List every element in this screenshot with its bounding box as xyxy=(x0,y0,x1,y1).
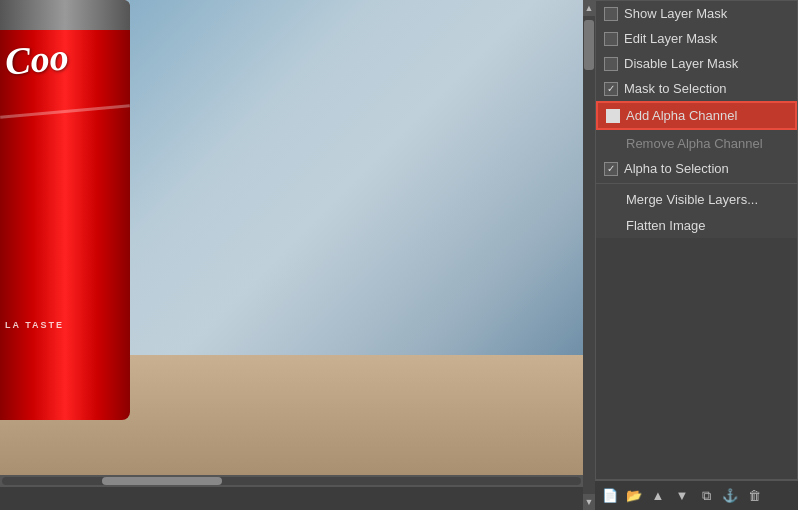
layer-panel-toolbar: 📄 📂 ▲ ▼ ⧉ ⚓ 🗑 xyxy=(595,480,798,510)
flatten-image-label: Flatten Image xyxy=(626,218,789,233)
anchor-button[interactable]: ⚓ xyxy=(719,485,741,507)
scroll-thumb[interactable] xyxy=(584,20,594,70)
menu-item-flatten-image[interactable]: Flatten Image xyxy=(596,212,797,238)
mask-to-selection-label: Mask to Selection xyxy=(624,81,789,96)
vertical-scrollbar[interactable]: ▲ ▼ xyxy=(583,0,595,510)
context-menu: Show Layer Mask Edit Layer Mask Disable … xyxy=(595,0,798,480)
menu-item-alpha-to-selection[interactable]: Alpha to Selection xyxy=(596,156,797,181)
remove-alpha-channel-label: Remove Alpha Channel xyxy=(626,136,789,151)
canvas-image: Coo LA TASTE xyxy=(0,0,583,475)
flatten-image-icon xyxy=(604,217,620,233)
disable-layer-mask-checkbox xyxy=(604,57,618,71)
coca-cola-logo: Coo xyxy=(3,37,69,80)
scrollbar-thumb[interactable] xyxy=(102,477,222,485)
delete-button[interactable]: 🗑 xyxy=(743,485,765,507)
can-top xyxy=(0,0,130,30)
menu-item-show-layer-mask[interactable]: Show Layer Mask xyxy=(596,1,797,26)
menu-item-edit-layer-mask[interactable]: Edit Layer Mask xyxy=(596,26,797,51)
scroll-down-arrow[interactable]: ▼ xyxy=(583,494,595,510)
alpha-to-selection-label: Alpha to Selection xyxy=(624,161,789,176)
horizontal-scrollbar[interactable] xyxy=(0,475,583,487)
open-button[interactable]: 📂 xyxy=(623,485,645,507)
move-up-button[interactable]: ▲ xyxy=(647,485,669,507)
menu-empty-space xyxy=(596,238,797,479)
merge-visible-layers-icon xyxy=(604,191,620,207)
edit-layer-mask-checkbox xyxy=(604,32,618,46)
can-text: LA TASTE xyxy=(5,320,64,330)
scroll-area xyxy=(583,16,595,494)
edit-layer-mask-label: Edit Layer Mask xyxy=(624,31,789,46)
merge-visible-layers-label: Merge Visible Layers... xyxy=(626,192,789,207)
menu-item-add-alpha-channel[interactable]: Add Alpha Channel xyxy=(596,101,797,130)
menu-item-disable-layer-mask[interactable]: Disable Layer Mask xyxy=(596,51,797,76)
show-layer-mask-label: Show Layer Mask xyxy=(624,6,789,21)
disable-layer-mask-label: Disable Layer Mask xyxy=(624,56,789,71)
menu-item-mask-to-selection[interactable]: Mask to Selection xyxy=(596,76,797,101)
image-status-bar xyxy=(0,487,583,510)
menu-separator-1 xyxy=(596,183,797,184)
move-down-button[interactable]: ▼ xyxy=(671,485,693,507)
add-alpha-channel-icon xyxy=(606,109,620,123)
add-alpha-channel-label: Add Alpha Channel xyxy=(626,108,787,123)
scrollbar-track xyxy=(2,477,581,485)
new-layer-button[interactable]: 📄 xyxy=(599,485,621,507)
menu-item-merge-visible-layers[interactable]: Merge Visible Layers... xyxy=(596,186,797,212)
mask-to-selection-checkbox xyxy=(604,82,618,96)
show-layer-mask-checkbox xyxy=(604,7,618,21)
right-panel: Show Layer Mask Edit Layer Mask Disable … xyxy=(595,0,798,510)
image-canvas: Coo LA TASTE xyxy=(0,0,583,510)
remove-alpha-channel-icon xyxy=(604,135,620,151)
can-body: Coo LA TASTE xyxy=(0,0,130,420)
duplicate-button[interactable]: ⧉ xyxy=(695,485,717,507)
alpha-to-selection-checkbox xyxy=(604,162,618,176)
menu-item-remove-alpha-channel[interactable]: Remove Alpha Channel xyxy=(596,130,797,156)
scroll-up-arrow[interactable]: ▲ xyxy=(583,0,595,16)
